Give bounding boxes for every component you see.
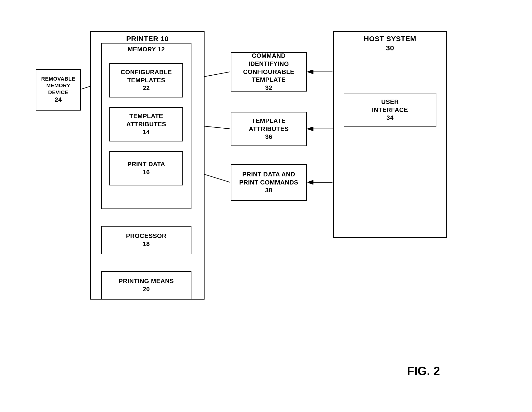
print-data-16-label: PRINT DATA bbox=[127, 160, 165, 168]
print-data-16-box: PRINT DATA 16 bbox=[109, 151, 183, 186]
configurable-templates-box: CONFIGURABLETEMPLATES 22 bbox=[109, 63, 183, 97]
configurable-templates-label: CONFIGURABLETEMPLATES bbox=[121, 68, 172, 84]
template-attributes-14-box: TEMPLATEATTRIBUTES 14 bbox=[109, 107, 183, 141]
removable-memory-number: 24 bbox=[55, 96, 62, 104]
memory-label: MEMORY 12 bbox=[128, 45, 165, 54]
print-data-16-number: 16 bbox=[143, 168, 150, 176]
figure-label: FIG. 2 bbox=[407, 364, 440, 378]
configurable-templates-number: 22 bbox=[143, 84, 150, 92]
print-data-commands-box: PRINT DATA ANDPRINT COMMANDS 38 bbox=[231, 164, 307, 201]
removable-memory-device-box: REMOVABLE MEMORY DEVICE 24 bbox=[36, 69, 81, 111]
command-identifying-number: 32 bbox=[265, 84, 272, 92]
print-data-commands-number: 38 bbox=[265, 186, 272, 195]
command-identifying-box: COMMANDIDENTIFYINGCONFIGURABLETEMPLATE 3… bbox=[231, 52, 307, 92]
host-system-number: 30 bbox=[386, 43, 394, 53]
fig-text: FIG. 2 bbox=[407, 365, 440, 378]
processor-number: 18 bbox=[143, 240, 150, 248]
template-attributes-14-label: TEMPLATEATTRIBUTES bbox=[126, 112, 166, 128]
template-attributes-36-label: TEMPLATEATTRIBUTES bbox=[249, 117, 289, 133]
print-data-commands-label: PRINT DATA ANDPRINT COMMANDS bbox=[239, 170, 298, 187]
host-system-outer-box: HOST SYSTEM 30 bbox=[333, 31, 447, 238]
command-identifying-label: COMMANDIDENTIFYINGCONFIGURABLETEMPLATE bbox=[243, 52, 294, 84]
user-interface-box: USERINTERFACE 34 bbox=[344, 93, 437, 127]
printing-means-number: 20 bbox=[143, 285, 150, 293]
template-attributes-14-number: 14 bbox=[143, 128, 150, 136]
printer-label: PRINTER 10 bbox=[126, 34, 169, 43]
host-system-label: HOST SYSTEM bbox=[364, 34, 417, 43]
user-interface-number: 34 bbox=[386, 114, 394, 122]
processor-label: PROCESSOR bbox=[126, 232, 167, 240]
template-attributes-36-number: 36 bbox=[265, 133, 272, 141]
template-attributes-36-box: TEMPLATEATTRIBUTES 36 bbox=[231, 112, 307, 146]
user-interface-label: USERINTERFACE bbox=[372, 98, 408, 114]
diagram: REMOVABLE MEMORY DEVICE 24 PRINTER 10 ME… bbox=[36, 19, 511, 387]
removable-memory-label: REMOVABLE MEMORY DEVICE bbox=[36, 75, 80, 96]
printing-means-box: PRINTING MEANS 20 bbox=[101, 271, 191, 300]
printing-means-label: PRINTING MEANS bbox=[119, 277, 174, 285]
processor-box: PROCESSOR 18 bbox=[101, 226, 191, 254]
